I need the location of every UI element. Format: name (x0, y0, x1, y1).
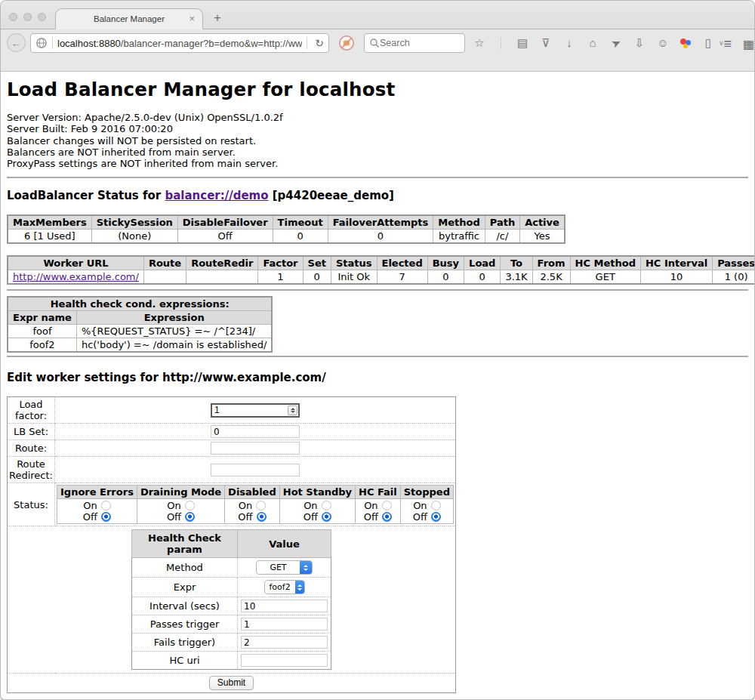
reload-icon[interactable]: ↻ (315, 37, 324, 49)
off-label: Off (167, 511, 181, 523)
disabled-off-radio[interactable] (257, 512, 267, 522)
hc-uri-label: HC uri (132, 652, 238, 670)
column-header: FailoverAttempts (328, 215, 433, 230)
stopped-off-radio[interactable] (431, 512, 441, 522)
lb-set-label: LB Set: (8, 424, 55, 440)
disabled-on-radio[interactable] (256, 501, 266, 510)
new-tab-button[interactable]: + (214, 11, 221, 24)
search-bar[interactable] (364, 33, 465, 53)
column-header: HC Method (570, 256, 640, 270)
select-stepper-icon (295, 580, 304, 594)
download-icon[interactable]: ↓ (562, 36, 576, 50)
window-minimize-icon[interactable] (23, 13, 32, 21)
back-button[interactable]: ← (7, 33, 26, 52)
cell: 7 (377, 270, 427, 285)
column-header: Ignore Errors (57, 486, 137, 499)
downloads-panel-icon[interactable]: ⇩ (633, 36, 646, 50)
edit-worker-form: Load factor: LB Set: Route: Route Redire… (7, 396, 456, 693)
forum-smiley-icon[interactable]: ☺ (656, 36, 670, 50)
cell: 1 (0) (713, 270, 754, 285)
url-path: /balancer-manager?b=demo&w=http://www.ex… (121, 38, 302, 49)
hc-method-select[interactable]: GET (256, 560, 313, 575)
cell: 0 (273, 230, 328, 244)
form-row-health-check: Health Check param Value Method GET (8, 526, 456, 674)
column-header: RouteRedir (186, 256, 258, 270)
off-label: Off (238, 511, 252, 523)
window-controls[interactable] (9, 13, 46, 21)
url-text[interactable]: localhost:8880/balancer-manager?b=demo&w… (57, 38, 302, 49)
ignore-errors-off-radio[interactable] (101, 512, 111, 522)
selected-value: foof2 (265, 582, 295, 592)
browser-tab[interactable]: Balancer Manager × (55, 8, 203, 29)
route-input[interactable] (211, 442, 300, 455)
url-bar[interactable]: localhost:8880/balancer-manager?b=demo&w… (30, 33, 329, 53)
cell: 3.1K (501, 270, 532, 285)
extension-dots-icon[interactable] (680, 37, 692, 49)
window-close-icon[interactable] (9, 13, 17, 21)
ignore-errors-on-radio[interactable] (101, 501, 111, 510)
lb-set-input[interactable] (211, 425, 300, 438)
balancer-link[interactable]: balancer://demo (165, 189, 268, 202)
column-header: StickySession (91, 215, 177, 230)
draining-mode-off-radio[interactable] (185, 512, 195, 522)
content-block-icon[interactable] (338, 35, 355, 54)
route-redirect-input[interactable] (211, 464, 300, 476)
on-label: On (167, 500, 180, 511)
hc-fail-on-radio[interactable] (382, 501, 392, 510)
column-header: Value (238, 530, 331, 558)
column-header: Expr name (8, 311, 76, 325)
column-header: Load (464, 256, 501, 270)
window-zoom-icon[interactable] (38, 13, 46, 21)
worker-url-link[interactable]: http://www.example.com/ (13, 271, 139, 282)
submit-button[interactable]: Submit (209, 676, 254, 690)
column-header: DisableFailover (177, 215, 273, 230)
hot-standby-on-radio[interactable] (322, 501, 331, 510)
tab-groups-icon[interactable]: ▦ (743, 37, 754, 51)
number-spinner-icon[interactable] (288, 406, 297, 415)
form-row-submit: Submit (8, 674, 456, 693)
hc-passes-input[interactable] (241, 618, 328, 631)
expr-table-title: Health check cond. expressions: (8, 297, 272, 311)
form-row-status: Status: Ignore Errors Draining Mode Disa… (8, 483, 456, 526)
column-header: Status (331, 256, 377, 270)
cell: 0 (464, 270, 501, 285)
column-header: Disabled (225, 486, 280, 499)
hc-expr-select[interactable]: foof2 (264, 580, 305, 594)
load-factor-field (211, 403, 300, 418)
balancer-status-table: MaxMembers StickySession DisableFailover… (7, 214, 565, 244)
column-header: Health Check param (132, 530, 238, 558)
tab-title: Balancer Manager (94, 14, 165, 23)
tab-bar: Balancer Manager × + (1, 1, 754, 29)
status-label: Status: (8, 483, 55, 526)
health-check-param-table: Health Check param Value Method GET (131, 529, 331, 670)
cell: GET (570, 270, 640, 285)
load-factor-input[interactable] (211, 403, 300, 418)
menu-hamburger-icon[interactable]: ≡ (724, 36, 732, 52)
edit-worker-heading: Edit worker settings for http://www.exam… (7, 371, 748, 384)
bookmark-star-icon[interactable]: ☆ (473, 36, 486, 50)
hc-fails-input[interactable] (241, 636, 328, 649)
stopped-on-radio[interactable] (431, 501, 441, 510)
hc-method-label: Method (132, 558, 238, 578)
hc-interval-input[interactable] (241, 600, 328, 612)
hot-standby-off-radio[interactable] (322, 512, 331, 522)
send-icon[interactable]: ➤ (607, 34, 625, 52)
draining-mode-on-radio[interactable] (185, 501, 195, 510)
globe-icon (35, 37, 48, 49)
route-redirect-label: Route Redirect: (8, 457, 55, 483)
pocket-icon[interactable]: ⊽ (539, 36, 553, 50)
hc-uri-input[interactable] (241, 654, 328, 667)
tab-close-icon[interactable]: × (189, 14, 195, 23)
home-icon[interactable]: ⌂ (586, 36, 599, 50)
off-label: Off (83, 511, 97, 523)
clipboard-icon[interactable]: ▤ (516, 36, 529, 50)
device-sync-icon[interactable]: ▯ (701, 36, 715, 50)
on-label: On (413, 500, 427, 511)
search-input[interactable] (380, 38, 448, 48)
column-header: Path (485, 215, 519, 230)
selected-value: GET (257, 563, 300, 572)
column-header: HC Interval (640, 256, 712, 270)
hc-fail-off-radio[interactable] (382, 512, 392, 522)
column-header: Route (143, 256, 186, 270)
chevron-down-icon[interactable]: ∨ (719, 39, 724, 47)
